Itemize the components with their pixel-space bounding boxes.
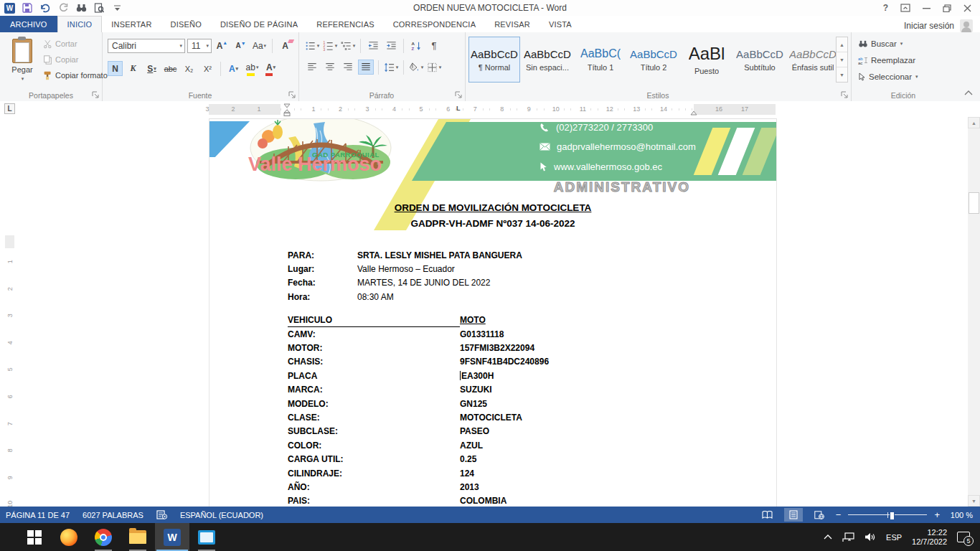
- grow-font-button[interactable]: A▲: [214, 38, 230, 53]
- ribbon-tab[interactable]: REVISAR: [485, 16, 540, 32]
- font-dialog-launcher-icon[interactable]: [288, 91, 296, 99]
- help-icon[interactable]: ?: [883, 3, 888, 13]
- format-painter-button[interactable]: Copiar formato: [43, 70, 108, 81]
- minimize-icon[interactable]: [923, 4, 930, 11]
- left-indent-marker[interactable]: [283, 110, 291, 116]
- style-item[interactable]: AaBbCcDc Énfasis sutil: [787, 37, 839, 83]
- font-size-combobox[interactable]: 11 ▾: [187, 39, 212, 53]
- close-icon[interactable]: [963, 4, 971, 12]
- find-button[interactable]: Buscar▾: [858, 38, 918, 50]
- style-item[interactable]: AaBbCcD Título 2: [628, 37, 679, 83]
- right-indent-marker[interactable]: [690, 110, 697, 116]
- style-item[interactable]: AaBbCcDc Sin espaci...: [522, 37, 573, 83]
- style-item[interactable]: AaBl Puesto: [681, 37, 732, 83]
- change-case-button[interactable]: Aa▾: [251, 38, 268, 53]
- align-left-button[interactable]: [304, 60, 320, 75]
- restore-icon[interactable]: [943, 4, 951, 12]
- save-icon[interactable]: [22, 2, 33, 14]
- vertical-scrollbar[interactable]: ▲ ▼: [968, 117, 980, 507]
- align-center-button[interactable]: [322, 60, 338, 75]
- justify-button[interactable]: [358, 60, 374, 75]
- language-status[interactable]: ESPAÑOL (ECUADOR): [180, 511, 263, 519]
- style-item[interactable]: AaBbC( Título 1: [575, 37, 626, 83]
- zoom-slider[interactable]: [848, 510, 927, 520]
- read-mode-icon[interactable]: [758, 508, 777, 522]
- bold-button[interactable]: N: [108, 61, 123, 76]
- clipboard-dialog-launcher-icon[interactable]: [92, 91, 100, 99]
- style-item[interactable]: AaBbCcDc ¶ Normal: [468, 37, 520, 83]
- collapse-ribbon-icon[interactable]: [964, 90, 973, 95]
- vertical-ruler[interactable]: 12345678910111213: [5, 235, 14, 507]
- borders-button[interactable]: ▾: [426, 60, 442, 75]
- ribbon-tab[interactable]: DISEÑO: [161, 16, 211, 32]
- ribbon-tab[interactable]: CORRESPONDENCIA: [384, 16, 485, 32]
- shading-button[interactable]: ▾: [408, 60, 424, 75]
- scroll-down-icon[interactable]: ▼: [968, 495, 980, 507]
- ribbon-tab[interactable]: INICIO: [57, 16, 103, 32]
- styles-scroll-up-icon[interactable]: ▲: [837, 37, 847, 52]
- taskbar-explorer[interactable]: [121, 523, 155, 551]
- bullets-button[interactable]: ▾: [304, 38, 320, 53]
- shrink-font-button[interactable]: A▼: [232, 38, 249, 53]
- paragraph-dialog-launcher-icon[interactable]: [455, 91, 463, 99]
- word-app-icon[interactable]: W: [4, 3, 15, 14]
- taskbar-chrome[interactable]: [86, 523, 121, 551]
- copy-button[interactable]: Copiar: [43, 54, 108, 65]
- align-right-button[interactable]: [340, 60, 356, 75]
- sort-button[interactable]: AZ: [408, 38, 424, 53]
- ribbon-tab[interactable]: REFERENCIAS: [307, 16, 383, 32]
- strikethrough-button[interactable]: abc: [162, 61, 179, 76]
- show-marks-button[interactable]: ¶: [426, 38, 442, 53]
- word-count[interactable]: 6027 PALABRAS: [83, 511, 143, 519]
- ribbon-tab[interactable]: ARCHIVO: [0, 16, 57, 32]
- taskbar-firefox[interactable]: [52, 523, 86, 551]
- cut-button[interactable]: Cortar: [43, 38, 108, 50]
- styles-scroll-down-icon[interactable]: ▼: [837, 52, 847, 67]
- styles-more-icon[interactable]: ▼: [837, 67, 847, 82]
- tray-clock[interactable]: 12:22 12/7/2022: [912, 528, 947, 547]
- subscript-button[interactable]: X₂: [181, 61, 197, 76]
- ribbon-tab[interactable]: VISTA: [540, 16, 581, 32]
- tab-selector[interactable]: L: [4, 103, 15, 114]
- network-icon[interactable]: [842, 532, 854, 542]
- font-color-button[interactable]: A▾: [263, 60, 279, 77]
- replace-button[interactable]: abac Reemplazar: [858, 55, 918, 66]
- qat-customize-icon[interactable]: [111, 2, 123, 14]
- clear-formatting-button[interactable]: A: [277, 38, 293, 53]
- notification-center-icon[interactable]: 5: [957, 531, 971, 544]
- tray-language[interactable]: ESP: [886, 533, 902, 542]
- ribbon-display-options-icon[interactable]: [900, 4, 910, 12]
- taskbar-word[interactable]: W: [155, 523, 189, 551]
- style-item[interactable]: AaBbCcD Subtítulo: [734, 37, 786, 83]
- select-button[interactable]: Seleccionar▾: [858, 71, 918, 83]
- print-preview-icon[interactable]: [93, 2, 105, 14]
- scroll-up-icon[interactable]: ▲: [968, 117, 980, 128]
- increase-indent-button[interactable]: [383, 38, 399, 53]
- document-page[interactable]: (02)2773220 / 2773300 gadprvallehermoso@…: [209, 118, 777, 507]
- text-effects-button[interactable]: A▾: [225, 61, 242, 76]
- zoom-out-icon[interactable]: −: [836, 509, 842, 520]
- zoom-slider-handle[interactable]: [890, 512, 895, 520]
- web-layout-icon[interactable]: [810, 508, 829, 522]
- styles-dialog-launcher-icon[interactable]: [841, 91, 849, 99]
- start-button[interactable]: [17, 523, 52, 551]
- scrollbar-thumb[interactable]: [969, 192, 979, 214]
- zoom-in-icon[interactable]: +: [934, 509, 940, 520]
- italic-button[interactable]: K: [125, 61, 141, 76]
- zoom-level[interactable]: 100 %: [947, 511, 973, 519]
- superscript-button[interactable]: X²: [199, 61, 216, 76]
- highlight-color-button[interactable]: ab▾: [244, 60, 260, 77]
- page-count[interactable]: PÁGINA 11 DE 47: [6, 511, 70, 519]
- decrease-indent-button[interactable]: [365, 38, 381, 53]
- proofing-errors-icon[interactable]: [156, 510, 167, 519]
- find-icon[interactable]: [75, 2, 87, 14]
- redo-icon[interactable]: [57, 2, 69, 14]
- multilevel-list-button[interactable]: ▾: [340, 38, 356, 53]
- first-line-indent-marker[interactable]: [283, 103, 291, 108]
- tray-chevron-up-icon[interactable]: [824, 534, 832, 540]
- sign-in[interactable]: Iniciar sesión: [904, 19, 980, 32]
- ribbon-tab[interactable]: DISEÑO DE PÁGINA: [211, 16, 307, 32]
- horizontal-ruler[interactable]: 321 1234567891011121314 1617 L: [209, 104, 776, 115]
- print-layout-icon[interactable]: [784, 508, 803, 522]
- paste-button[interactable]: Pegar ▾: [4, 36, 40, 89]
